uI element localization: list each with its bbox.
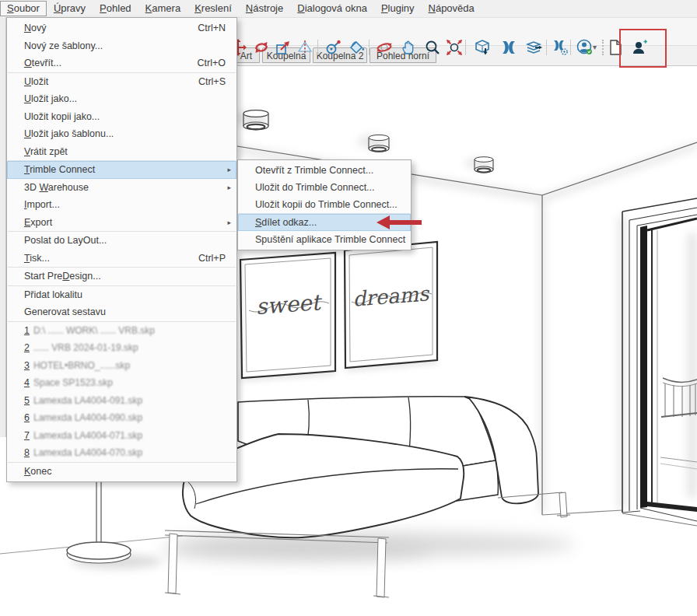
orbit-icon[interactable] bbox=[375, 38, 394, 57]
menu-item-novy-ze-sablony[interactable]: Nový ze šablony... bbox=[7, 37, 236, 55]
file-menu: Nový Ctrl+N Nový ze šablony... Otevřít..… bbox=[6, 17, 237, 482]
toolbar-separator bbox=[465, 40, 466, 55]
rotate-icon[interactable] bbox=[252, 38, 271, 57]
zoom-icon[interactable] bbox=[423, 38, 442, 57]
menu-item-konec[interactable]: Konec bbox=[7, 463, 236, 481]
menubar-item-pluginy[interactable]: Pluginy bbox=[374, 1, 422, 16]
submenu-item-otevrit-z-trimble-connect[interactable]: Otevřít z Trimble Connect... bbox=[238, 162, 411, 179]
menubar-item-kamera[interactable]: Kamera bbox=[138, 1, 188, 16]
docked-tray-edge bbox=[0, 17, 6, 437]
menubar-item-kresleni[interactable]: Kreslení bbox=[187, 1, 239, 16]
trimble-connect-submenu: Otevřít z Trimble Connect... Uložit do T… bbox=[237, 159, 412, 250]
recent-file-3[interactable]: 3HOTEL•BRNO_......skp bbox=[7, 357, 236, 375]
menu-item-pridat-lokalitu[interactable]: Přidat lokalitu bbox=[7, 286, 236, 304]
recent-file-5[interactable]: 5Lamexda LA4004-091.skp bbox=[7, 392, 236, 410]
menu-item-poslat-do-layout[interactable]: Poslat do LayOut... bbox=[7, 232, 236, 250]
recent-file-1[interactable]: 1D:\ ...... WORK\ ...... VRB.skp bbox=[7, 322, 236, 340]
wall-art-sweet: sweet bbox=[240, 253, 335, 378]
wall-art-dreams: dreams bbox=[345, 242, 437, 368]
menu-item-otevrit[interactable]: Otevřít... Ctrl+O bbox=[7, 54, 236, 72]
art-text-sweet: sweet bbox=[255, 289, 324, 320]
toolbar-separator bbox=[369, 40, 370, 55]
menu-item-ulozit-jako-sablonu[interactable]: Uložit jako šablonu... bbox=[7, 125, 236, 143]
recent-file-6[interactable]: 6Lamexda LA4004-090.skp bbox=[7, 409, 236, 427]
annotation-arrow bbox=[372, 213, 422, 232]
menu-item-ulozit[interactable]: Uložit Ctrl+S bbox=[7, 73, 236, 91]
submenu-arrow-icon: ▸ bbox=[227, 219, 231, 226]
zoom-extents-icon[interactable] bbox=[445, 38, 464, 57]
share-model-icon[interactable] bbox=[524, 38, 543, 57]
menu-item-export[interactable]: Export ▸ bbox=[7, 214, 236, 232]
menubar-item-upravy[interactable]: Úpravy bbox=[47, 1, 93, 16]
annotation-highlight-box bbox=[619, 29, 667, 68]
recent-file-7[interactable]: 7Lamexda LA4004-071.skp bbox=[7, 427, 236, 445]
recent-file-8[interactable]: 8Lamexda LA4004-070.skp bbox=[7, 444, 236, 462]
trimble-connect-icon[interactable] bbox=[499, 38, 518, 57]
scale-icon[interactable] bbox=[274, 38, 292, 57]
submenu-item-ulozit-kopii-do-trimble-connect[interactable]: Uložit kopii do Trimble Connect... bbox=[238, 196, 411, 213]
menu-item-start-predesign[interactable]: Start PreDesign... bbox=[7, 268, 236, 285]
3d-warehouse-download-icon[interactable] bbox=[473, 38, 492, 57]
menu-item-generovat-sestavu[interactable]: Generovat sestavu bbox=[7, 303, 236, 321]
submenu-arrow-icon: ▸ bbox=[227, 184, 231, 191]
menu-item-novy[interactable]: Nový Ctrl+N bbox=[7, 19, 236, 37]
sliding-glass-door bbox=[622, 198, 697, 521]
menubar-item-dialogova-okna[interactable]: Dialogová okna bbox=[290, 1, 374, 16]
menu-item-trimble-connect[interactable]: Trimble Connect ▸ bbox=[7, 161, 236, 179]
account-avatar-icon[interactable] bbox=[576, 38, 594, 57]
pan-icon[interactable] bbox=[400, 38, 419, 57]
menu-bar: Soubor Úpravy Pohled Kamera Kreslení Nás… bbox=[0, 0, 697, 18]
menu-item-vratit-zpet[interactable]: Vrátit zpět bbox=[7, 143, 236, 161]
paint-bucket-icon[interactable] bbox=[347, 38, 366, 57]
toolbar-separator bbox=[317, 40, 318, 55]
tape-measure-icon[interactable] bbox=[324, 38, 342, 57]
submenu-item-spusteni-aplikace-trimble-connect[interactable]: Spuštění aplikace Trimble Connect bbox=[238, 231, 411, 248]
toolbar-separator bbox=[546, 40, 547, 55]
extension-manager-icon[interactable] bbox=[551, 38, 569, 57]
flip-along-icon[interactable] bbox=[296, 38, 314, 57]
avatar-caret-icon[interactable]: ▾ bbox=[593, 43, 597, 51]
menubar-item-pohled[interactable]: Pohled bbox=[93, 1, 138, 16]
recent-file-4[interactable]: 4Space SP1523.skp bbox=[7, 374, 236, 392]
recent-file-2[interactable]: 2...... VRB 2024-01-19.skp bbox=[7, 339, 236, 357]
submenu-arrow-icon: ▸ bbox=[227, 166, 231, 173]
menubar-item-soubor[interactable]: Soubor bbox=[0, 1, 47, 16]
menu-item-3d-warehouse[interactable]: 3D Warehouse ▸ bbox=[7, 179, 236, 197]
menu-item-ulozit-kopii-jako[interactable]: Uložit kopii jako... bbox=[7, 108, 236, 126]
menubar-item-napoveda[interactable]: Nápověda bbox=[422, 1, 482, 16]
menubar-item-nastroje[interactable]: Nástroje bbox=[239, 1, 290, 16]
submenu-item-ulozit-do-trimble-connect[interactable]: Uložit do Trimble Connect... bbox=[238, 179, 411, 196]
toolbar-separator bbox=[570, 40, 571, 55]
menu-item-ulozit-jako[interactable]: Uložit jako... bbox=[7, 90, 236, 108]
menu-item-tisk[interactable]: Tisk... Ctrl+P bbox=[7, 250, 236, 268]
menu-item-import[interactable]: Import... bbox=[7, 196, 236, 214]
